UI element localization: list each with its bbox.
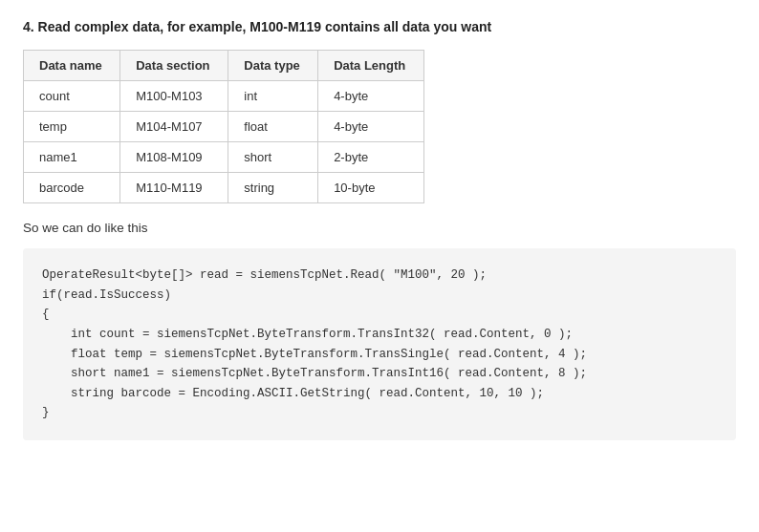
table-cell: int <box>228 81 318 112</box>
table-cell: 2-byte <box>318 142 424 173</box>
prose-text: So we can do like this <box>23 221 736 235</box>
col-header-data-length: Data Length <box>318 51 424 81</box>
table-row: tempM104-M107float4-byte <box>24 112 424 142</box>
table-cell: M108-M109 <box>120 142 228 173</box>
table-cell: short <box>228 142 318 173</box>
table-cell: name1 <box>24 142 120 173</box>
table-cell: M104-M107 <box>120 112 228 142</box>
table-cell: barcode <box>24 173 120 203</box>
table-cell: temp <box>24 112 120 142</box>
table-cell: M110-M119 <box>120 173 228 203</box>
col-header-data-name: Data name <box>24 51 120 81</box>
section-heading: 4. Read complex data, for example, M100-… <box>23 19 736 34</box>
table-cell: float <box>228 112 318 142</box>
table-body: countM100-M103int4-bytetempM104-M107floa… <box>24 81 424 203</box>
table-cell: 10-byte <box>318 173 424 203</box>
table-cell: 4-byte <box>318 81 424 112</box>
table-row: countM100-M103int4-byte <box>24 81 424 112</box>
table-cell: M100-M103 <box>120 81 228 112</box>
col-header-data-section: Data section <box>120 51 228 81</box>
data-table: Data name Data section Data type Data Le… <box>23 50 424 203</box>
table-cell: count <box>24 81 120 112</box>
table-cell: 4-byte <box>318 112 424 142</box>
table-row: barcodeM110-M119string10-byte <box>24 173 424 203</box>
table-header-row: Data name Data section Data type Data Le… <box>24 51 424 81</box>
table-row: name1M108-M109short2-byte <box>24 142 424 173</box>
code-block: OperateResult<byte[]> read = siemensTcpN… <box>23 248 736 440</box>
col-header-data-type: Data type <box>228 51 318 81</box>
table-cell: string <box>228 173 318 203</box>
